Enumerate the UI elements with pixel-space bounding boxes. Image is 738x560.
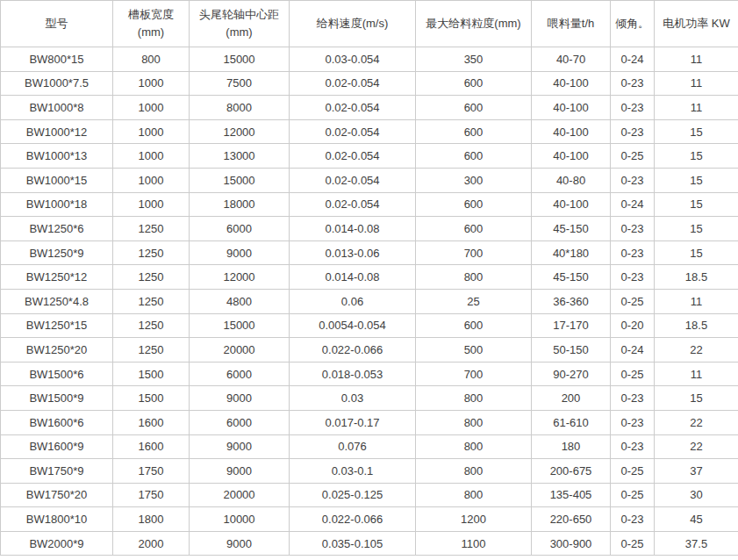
- table-row: BW1250*121250120000.014-0.0880045-1500-2…: [1, 265, 738, 290]
- table-cell: 18.5: [655, 265, 738, 290]
- table-cell: 1500: [113, 362, 190, 386]
- table-cell: 40-70: [532, 47, 611, 72]
- table-row: BW1250*4.8125048000.062536-3600-2511: [1, 289, 738, 313]
- table-cell: 10000: [190, 507, 290, 532]
- table-cell: 12000: [190, 119, 290, 144]
- table-cell: 9000: [190, 434, 290, 459]
- table-cell: 1800: [113, 507, 190, 532]
- table-cell: 0.06: [290, 289, 416, 313]
- table-cell: 0-24: [611, 338, 655, 363]
- table-cell: 6000: [190, 410, 290, 434]
- table-cell: 40-100: [532, 144, 611, 169]
- table-cell: 45-150: [532, 217, 611, 241]
- table-cell: 37: [655, 459, 738, 484]
- table-cell: 800: [416, 483, 532, 507]
- table-cell: 0.076: [290, 434, 416, 459]
- table-cell: 600: [416, 192, 532, 217]
- table-cell: 18.5: [655, 313, 738, 338]
- table-cell: 30: [655, 483, 738, 507]
- table-cell: 600: [416, 119, 532, 144]
- table-cell: BW800*15: [1, 47, 113, 72]
- table-cell: 0-23: [611, 434, 655, 459]
- column-header-7: 倾角。: [611, 1, 655, 47]
- table-cell: 0.025-0.125: [290, 483, 416, 507]
- table-cell: 12000: [190, 265, 290, 290]
- table-cell: 800: [416, 265, 532, 290]
- table-cell: 1250: [113, 241, 190, 265]
- table-cell: 0.018-0.053: [290, 362, 416, 386]
- table-cell: 0.022-0.066: [290, 338, 416, 363]
- table-cell: BW1250*15: [1, 313, 113, 338]
- table-cell: 500: [416, 338, 532, 363]
- table-cell: 90-270: [532, 362, 611, 386]
- table-cell: 15000: [190, 313, 290, 338]
- table-cell: 1000: [113, 96, 190, 120]
- table-cell: 300-900: [532, 531, 611, 556]
- table-cell: 135-405: [532, 483, 611, 507]
- table-cell: 0-25: [611, 144, 655, 169]
- table-cell: 0.035-0.105: [290, 531, 416, 556]
- column-header-6: 喂料量t/h: [532, 1, 611, 47]
- table-cell: 0-23: [611, 71, 655, 96]
- table-cell: 300: [416, 168, 532, 192]
- table-cell: 22: [655, 410, 738, 434]
- table-cell: 1250: [113, 289, 190, 313]
- table-cell: 0.014-0.08: [290, 217, 416, 241]
- header-row: 型号槽板宽度(mm)头尾轮轴中心距(mm)给料速度(m/s)最大给料粒度(mm)…: [1, 1, 738, 47]
- table-cell: 0-25: [611, 362, 655, 386]
- table-cell: 800: [416, 410, 532, 434]
- table-cell: 0-20: [611, 313, 655, 338]
- table-cell: 0-23: [611, 241, 655, 265]
- table-row: BW1250*151250150000.0054-0.05460017-1700…: [1, 313, 738, 338]
- table-cell: BW1000*13: [1, 144, 113, 169]
- table-cell: 200-675: [532, 459, 611, 484]
- column-header-8: 电机功率 KW: [655, 1, 738, 47]
- table-cell: 0-25: [611, 289, 655, 313]
- table-cell: 180: [532, 434, 611, 459]
- table-cell: 0.014-0.08: [290, 265, 416, 290]
- table-cell: 0-23: [611, 410, 655, 434]
- table-cell: 8000: [190, 96, 290, 120]
- table-row: BW1500*9150090000.038002000-2315: [1, 386, 738, 411]
- table-cell: 0-23: [611, 96, 655, 120]
- table-cell: BW2000*9: [1, 531, 113, 556]
- table-row: BW1000*131000130000.02-0.05460040-1000-2…: [1, 144, 738, 169]
- table-cell: BW1250*6: [1, 217, 113, 241]
- table-cell: 600: [416, 144, 532, 169]
- table-row: BW1000*151000150000.02-0.05430040-800-23…: [1, 168, 738, 192]
- table-cell: 40-80: [532, 168, 611, 192]
- table-cell: 0.03-0.054: [290, 47, 416, 72]
- table-cell: 6000: [190, 217, 290, 241]
- table-cell: 0-24: [611, 192, 655, 217]
- table-cell: 700: [416, 241, 532, 265]
- table-cell: 220-650: [532, 507, 611, 532]
- table-cell: BW1000*8: [1, 96, 113, 120]
- table-cell: 1000: [113, 144, 190, 169]
- table-cell: BW1000*15: [1, 168, 113, 192]
- table-cell: 800: [113, 47, 190, 72]
- table-cell: 0.03-0.1: [290, 459, 416, 484]
- table-cell: 22: [655, 434, 738, 459]
- table-cell: 15000: [190, 168, 290, 192]
- table-cell: 40-100: [532, 192, 611, 217]
- table-row: BW1000*8100080000.02-0.05460040-1000-231…: [1, 96, 738, 120]
- table-cell: BW1750*9: [1, 459, 113, 484]
- table-cell: BW1250*4.8: [1, 289, 113, 313]
- table-cell: 0-23: [611, 168, 655, 192]
- table-cell: BW1250*20: [1, 338, 113, 363]
- spec-table: 型号槽板宽度(mm)头尾轮轴中心距(mm)给料速度(m/s)最大给料粒度(mm)…: [0, 0, 738, 556]
- table-row: BW1000*181000180000.02-0.05460040-1000-2…: [1, 192, 738, 217]
- table-cell: 0-23: [611, 265, 655, 290]
- table-cell: 1250: [113, 313, 190, 338]
- table-cell: 11: [655, 47, 738, 72]
- column-header-3: 头尾轮轴中心距(mm): [190, 1, 290, 47]
- table-cell: 15: [655, 217, 738, 241]
- column-header-4: 给料速度(m/s): [290, 1, 416, 47]
- table-cell: 0.03: [290, 386, 416, 411]
- table-cell: 15: [655, 192, 738, 217]
- column-header-2: 槽板宽度(mm): [113, 1, 190, 47]
- table-cell: 9000: [190, 459, 290, 484]
- table-cell: 20000: [190, 338, 290, 363]
- table-row: BW1250*201250200000.022-0.06650050-1500-…: [1, 338, 738, 363]
- table-cell: 0-25: [611, 459, 655, 484]
